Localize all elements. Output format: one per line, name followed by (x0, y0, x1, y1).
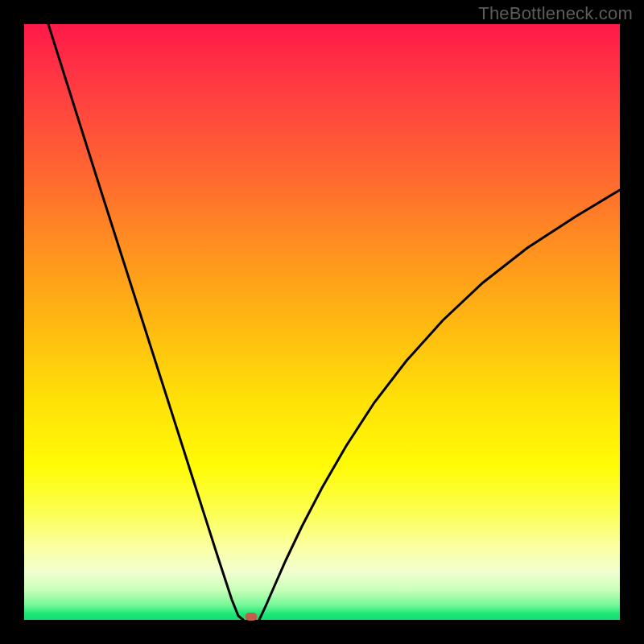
chart-frame: TheBottleneck.com (0, 0, 644, 644)
bottleneck-curve (24, 24, 620, 620)
curve-left-branch (48, 24, 243, 620)
curve-right-branch (259, 190, 620, 620)
watermark-text: TheBottleneck.com (478, 3, 633, 24)
bottleneck-marker (246, 613, 258, 621)
plot-area (24, 24, 620, 620)
